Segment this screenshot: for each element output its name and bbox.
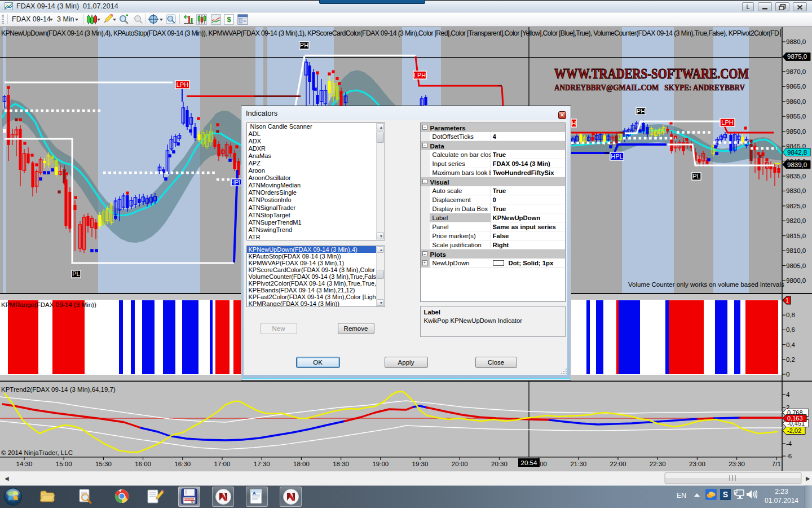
svg-text:9855,0: 9855,0 — [786, 113, 806, 120]
svg-text:KPNewUpDown(FDAX 09-14 (3 Min): KPNewUpDown(FDAX 09-14 (3 Min),4), KPAut… — [1, 29, 779, 37]
svg-text:9870,0: 9870,0 — [786, 68, 806, 75]
svg-text:ANDREYBBRV@GMAIL.COM SKYPE:: ANDREYBBRV@GMAIL.COM SKYPE: ANDREYBBRV — [554, 84, 745, 92]
svg-text:A: A — [253, 491, 256, 496]
svg-text:9805,0: 9805,0 — [786, 262, 806, 269]
svg-text:-6: -6 — [786, 453, 792, 459]
svg-text:S: S — [723, 490, 728, 499]
svg-text:H: H — [572, 120, 576, 126]
svg-text:4: 4 — [786, 391, 790, 398]
svg-text:LPH: LPH — [176, 81, 188, 88]
svg-text:0,163: 0,163 — [787, 415, 803, 422]
svg-text:23:30: 23:30 — [729, 461, 745, 467]
svg-text:15:30: 15:30 — [95, 461, 112, 467]
svg-text:16:00: 16:00 — [135, 461, 151, 467]
svg-text:▶: ▶ — [806, 475, 810, 481]
svg-text:0,4: 0,4 — [786, 341, 796, 348]
svg-text:9875,0: 9875,0 — [787, 53, 807, 60]
svg-text:9820,0: 9820,0 — [786, 217, 806, 224]
svg-text:9810,0: 9810,0 — [786, 247, 806, 254]
svg-text:9815,0: 9815,0 — [786, 233, 806, 239]
svg-text:9825,0: 9825,0 — [786, 203, 806, 209]
svg-text:PH: PH — [300, 42, 308, 49]
svg-text:HPL: HPL — [611, 153, 623, 160]
svg-text:KPTrend2(FDAX 09-14 (3 Min),64: KPTrend2(FDAX 09-14 (3 Min),64,19,7) — [1, 386, 116, 393]
svg-text:20:00: 20:00 — [452, 461, 468, 467]
svg-text:19:00: 19:00 — [372, 461, 389, 467]
svg-text:64: 64 — [191, 500, 196, 503]
svg-text:Volume Counter only works on v: Volume Counter only works on volume base… — [628, 281, 784, 288]
svg-text:-4: -4 — [786, 440, 792, 447]
svg-text:20:54: 20:54 — [521, 459, 537, 466]
svg-text:9880,0: 9880,0 — [786, 38, 806, 45]
svg-text:1: 1 — [785, 297, 789, 304]
svg-text:PL: PL — [692, 173, 700, 179]
svg-text:9839,0: 9839,0 — [787, 161, 807, 168]
svg-text:9860,0: 9860,0 — [786, 98, 806, 105]
svg-text:9835,0: 9835,0 — [786, 173, 806, 179]
svg-text:20:30: 20:30 — [491, 461, 508, 467]
svg-text:9842,8: 9842,8 — [787, 149, 807, 156]
svg-text:9850,0: 9850,0 — [786, 128, 806, 135]
svg-text:9800,0: 9800,0 — [786, 277, 806, 284]
svg-text:0,2: 0,2 — [786, 356, 795, 363]
svg-text:◀: ◀ — [5, 475, 9, 481]
svg-text:0: 0 — [786, 371, 789, 378]
svg-text:16:30: 16:30 — [174, 461, 191, 467]
svg-text:14:30: 14:30 — [16, 461, 33, 467]
svg-text:18:00: 18:00 — [293, 461, 310, 467]
svg-text:PH: PH — [637, 108, 645, 115]
svg-text:9865,0: 9865,0 — [786, 83, 806, 90]
svg-text:0,6: 0,6 — [786, 326, 795, 333]
svg-text:0,8: 0,8 — [786, 312, 795, 318]
svg-text:22:00: 22:00 — [610, 461, 626, 467]
svg-text:© 2014 NinjaTrader, LLC: © 2014 NinjaTrader, LLC — [1, 449, 73, 456]
svg-text:17:00: 17:00 — [214, 461, 231, 467]
svg-text:17:30: 17:30 — [254, 461, 270, 467]
svg-text:23:00: 23:00 — [689, 461, 705, 467]
svg-text:7/1: 7/1 — [772, 461, 781, 467]
svg-text:-2,02: -2,02 — [787, 427, 801, 434]
svg-text:KPMRange(FDAX 09-14 (3 Min)): KPMRange(FDAX 09-14 (3 Min)) — [1, 301, 96, 308]
svg-text:LPH: LPH — [721, 119, 733, 126]
svg-text:21:30: 21:30 — [570, 461, 586, 467]
svg-text:PL: PL — [72, 270, 80, 277]
svg-text:$: $ — [227, 15, 231, 24]
svg-text:22:30: 22:30 — [650, 461, 666, 467]
svg-text:15:00: 15:00 — [56, 461, 72, 467]
svg-text:9830,0: 9830,0 — [786, 187, 806, 194]
svg-text:19:30: 19:30 — [412, 461, 429, 467]
svg-text:LPH: LPH — [414, 72, 426, 78]
svg-text:18:30: 18:30 — [333, 461, 349, 467]
svg-text:WWW.TRADERS-SOFTWARE.COM: WWW.TRADERS-SOFTWARE.COM — [554, 66, 749, 81]
